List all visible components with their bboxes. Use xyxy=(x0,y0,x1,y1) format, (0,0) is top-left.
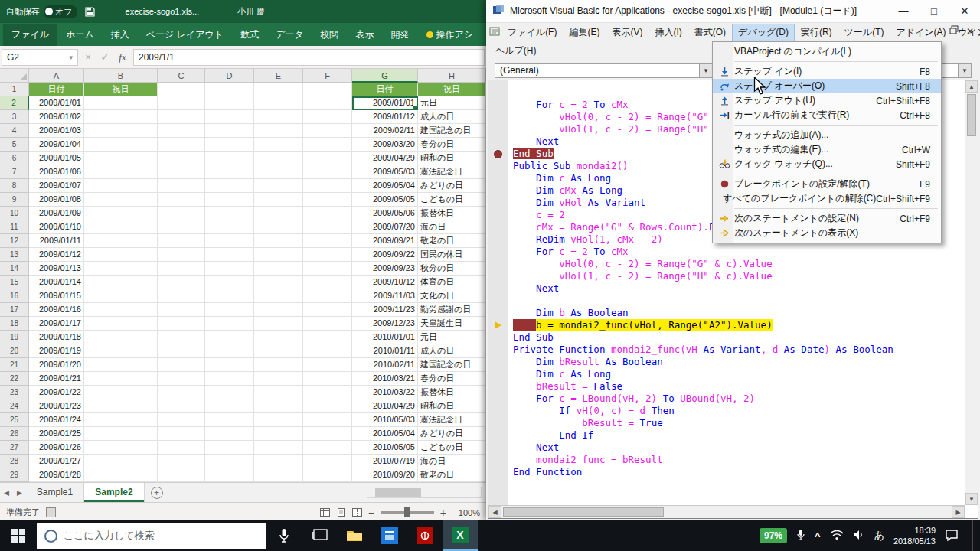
cell-C6[interactable] xyxy=(158,152,205,165)
cell-B26[interactable] xyxy=(84,427,158,441)
debug-menu-item[interactable]: ステップ イン(I)F8 xyxy=(713,64,941,79)
cell-C12[interactable] xyxy=(158,234,205,248)
save-icon[interactable] xyxy=(85,7,95,17)
cell-E18[interactable] xyxy=(254,317,303,331)
cell-F17[interactable] xyxy=(303,303,352,317)
cell-D13[interactable] xyxy=(205,248,254,262)
row-header-28[interactable]: 28 xyxy=(0,455,29,468)
margin-cell-12[interactable] xyxy=(488,246,508,258)
cell-E13[interactable] xyxy=(254,248,303,262)
insert-function-button[interactable]: fx xyxy=(115,51,130,64)
maximize-button[interactable]: □ xyxy=(919,0,949,22)
minimize-button[interactable]: — xyxy=(888,0,919,22)
menubar-item[interactable]: ツール(T) xyxy=(838,24,890,41)
cell-H17[interactable]: 勤労感謝の日 xyxy=(418,303,486,317)
macro-record-icon[interactable] xyxy=(46,507,56,517)
zoom-out-button[interactable]: − xyxy=(368,507,374,519)
column-header-G[interactable]: G xyxy=(352,69,418,83)
cell-C15[interactable] xyxy=(158,276,205,289)
normal-view-icon[interactable] xyxy=(320,508,330,517)
cell-D5[interactable] xyxy=(205,138,254,152)
ribbon-tab-9[interactable]: 操作アシ xyxy=(418,24,482,46)
cell-F13[interactable] xyxy=(303,248,352,262)
acrobat-icon[interactable] xyxy=(407,520,443,551)
sheet-nav-left-icon[interactable]: ◀ xyxy=(0,489,13,497)
code-line-20[interactable]: Private Function mondai2_func(vH As Vari… xyxy=(513,344,965,356)
cell-E27[interactable] xyxy=(254,441,303,455)
cell-F5[interactable] xyxy=(303,138,352,152)
cell-C10[interactable] xyxy=(158,207,205,220)
cell-A12[interactable]: 2009/01/11 xyxy=(29,234,84,248)
row-header-16[interactable]: 16 xyxy=(0,289,29,303)
cell-G21[interactable]: 2010/02/11 xyxy=(352,358,418,372)
cell-H27[interactable]: こどもの日 xyxy=(418,441,486,455)
cell-H8[interactable]: みどりの日 xyxy=(418,179,486,193)
cell-E22[interactable] xyxy=(254,372,303,386)
cell-F18[interactable] xyxy=(303,317,352,331)
ribbon-tab-5[interactable]: データ xyxy=(267,24,312,46)
cell-A22[interactable]: 2009/01/21 xyxy=(29,372,84,386)
cell-B5[interactable] xyxy=(84,138,158,152)
cell-C21[interactable] xyxy=(158,358,205,372)
margin-cell-15[interactable] xyxy=(488,282,508,295)
cell-C5[interactable] xyxy=(158,138,205,152)
cell-G1[interactable]: 日付 xyxy=(352,83,418,96)
code-line-29[interactable]: mondai2_func = bResult xyxy=(513,454,965,466)
cell-E19[interactable] xyxy=(254,331,303,344)
margin-cell-2[interactable] xyxy=(488,123,508,135)
cell-A7[interactable]: 2009/01/06 xyxy=(29,165,84,179)
margin-cell-14[interactable] xyxy=(488,270,508,282)
cell-B23[interactable] xyxy=(84,386,158,399)
cell-E8[interactable] xyxy=(254,179,303,193)
cell-F2[interactable] xyxy=(303,96,352,110)
cell-C26[interactable] xyxy=(158,427,205,441)
margin-cell-7[interactable] xyxy=(488,184,508,197)
cell-A28[interactable]: 2009/01/27 xyxy=(29,455,84,468)
debug-menu-item[interactable]: ステップ オーバー(O)Shift+F8 xyxy=(713,79,941,93)
menubar-item[interactable]: 表示(V) xyxy=(606,24,648,41)
row-header-11[interactable]: 11 xyxy=(0,220,29,234)
cell-E21[interactable] xyxy=(254,358,303,372)
cell-E2[interactable] xyxy=(254,96,303,110)
cell-H15[interactable]: 体育の日 xyxy=(418,276,486,289)
cell-C28[interactable] xyxy=(158,455,205,468)
margin-cell-23[interactable] xyxy=(488,380,508,393)
autosave-toggle[interactable]: 自動保存 オフ xyxy=(6,5,77,18)
cell-H9[interactable]: こどもの日 xyxy=(418,193,486,207)
cell-H2[interactable]: 元日 xyxy=(418,96,486,110)
cell-B1[interactable]: 祝日 xyxy=(84,83,158,96)
ribbon-tab-1[interactable]: ホーム xyxy=(57,24,103,46)
ribbon-tab-6[interactable]: 校閲 xyxy=(312,24,348,46)
column-header-A[interactable]: A xyxy=(29,69,84,83)
cell-G13[interactable]: 2009/09/22 xyxy=(352,248,418,262)
cell-D9[interactable] xyxy=(205,193,254,207)
start-button[interactable] xyxy=(0,520,37,551)
cell-G14[interactable]: 2009/09/23 xyxy=(352,262,418,276)
margin-cell-21[interactable] xyxy=(488,356,508,368)
menubar-item[interactable]: 編集(E) xyxy=(563,24,606,41)
cell-H24[interactable]: 昭和の日 xyxy=(418,399,486,413)
margin-cell-11[interactable] xyxy=(488,233,508,246)
cell-E1[interactable] xyxy=(254,83,303,96)
cell-B4[interactable] xyxy=(84,124,158,138)
cell-B27[interactable] xyxy=(84,441,158,455)
cell-B7[interactable] xyxy=(84,165,158,179)
margin-cell-20[interactable] xyxy=(488,344,508,356)
cell-C29[interactable] xyxy=(158,468,205,482)
cell-A14[interactable]: 2009/01/13 xyxy=(29,262,84,276)
code-line-30[interactable]: End Function xyxy=(513,466,965,478)
cell-D10[interactable] xyxy=(205,207,254,220)
cell-B12[interactable] xyxy=(84,234,158,248)
cell-F22[interactable] xyxy=(303,372,352,386)
row-header-22[interactable]: 22 xyxy=(0,372,29,386)
enter-button[interactable]: ✓ xyxy=(98,51,112,63)
cancel-button[interactable]: × xyxy=(81,51,95,63)
cell-C27[interactable] xyxy=(158,441,205,455)
hidden-icons-button[interactable]: ^ xyxy=(815,530,821,542)
cell-B6[interactable] xyxy=(84,152,158,165)
cell-B9[interactable] xyxy=(84,193,158,207)
cell-D1[interactable] xyxy=(205,83,254,96)
ribbon-tab-8[interactable]: 開発 xyxy=(383,24,418,46)
cell-A9[interactable]: 2009/01/08 xyxy=(29,193,84,207)
cell-F29[interactable] xyxy=(303,468,352,482)
